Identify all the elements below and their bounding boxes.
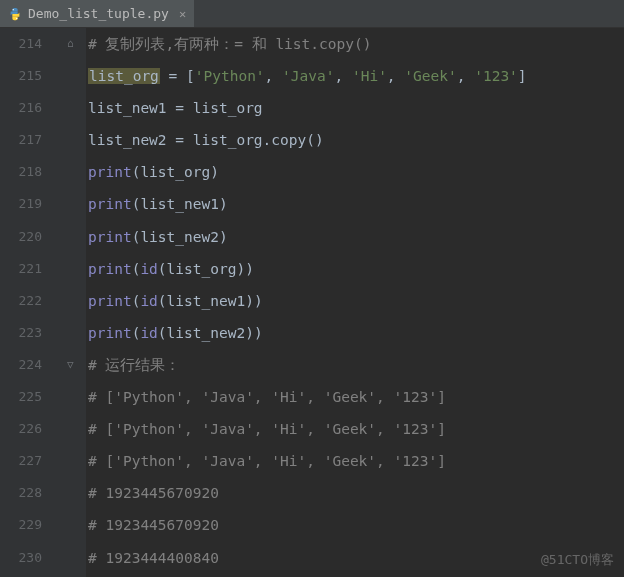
token-builtin: id (140, 261, 157, 277)
token-builtin: id (140, 293, 157, 309)
line-number: 222 (0, 285, 42, 317)
close-icon[interactable]: ✕ (179, 7, 186, 21)
watermark: @51CTO博客 (541, 551, 614, 569)
token-comment: # ['Python', 'Java', 'Hi', 'Geek', '123'… (88, 389, 446, 405)
token-comment: # 1923445670920 (88, 485, 219, 501)
code-line[interactable]: # ['Python', 'Java', 'Hi', 'Geek', '123'… (88, 381, 624, 413)
token-builtin: print (88, 196, 132, 212)
line-number: 215 (0, 60, 42, 92)
token-comment: # ['Python', 'Java', 'Hi', 'Geek', '123'… (88, 421, 446, 437)
code-line[interactable]: # ['Python', 'Java', 'Hi', 'Geek', '123'… (88, 413, 624, 445)
token-op: , (265, 68, 282, 84)
code-line[interactable]: print(list_new1) (88, 188, 624, 220)
token-str: '123' (474, 68, 518, 84)
token-builtin: print (88, 293, 132, 309)
token-op: = [ (160, 68, 195, 84)
line-number-gutter: 2142152162172182192202212222232242252262… (0, 28, 50, 577)
token-comment: # 1923444400840 (88, 550, 219, 566)
code-line[interactable]: # 复制列表,有两种：= 和 list.copy() (88, 28, 624, 60)
token-hl: list_org (88, 68, 160, 84)
line-number: 225 (0, 381, 42, 413)
token-comment: # 运行结果： (88, 357, 180, 373)
token-op: (list_new2) (132, 229, 228, 245)
line-number: 223 (0, 317, 42, 349)
token-str: 'Hi' (352, 68, 387, 84)
file-tab[interactable]: Demo_list_tuple.py ✕ (0, 0, 194, 27)
code-line[interactable]: list_new1 = list_org (88, 92, 624, 124)
line-number: 214 (0, 28, 42, 60)
code-line[interactable]: # 1923445670920 (88, 509, 624, 541)
line-number: 228 (0, 477, 42, 509)
line-number: 218 (0, 156, 42, 188)
token-builtin: print (88, 229, 132, 245)
line-number: 229 (0, 509, 42, 541)
code-line[interactable]: print(id(list_new2)) (88, 317, 624, 349)
code-line[interactable]: # 1923445670920 (88, 477, 624, 509)
line-number: 217 (0, 124, 42, 156)
token-op: (list_new2)) (158, 325, 263, 341)
token-op: (list_org) (132, 164, 219, 180)
token-op: (list_org)) (158, 261, 254, 277)
line-number: 221 (0, 253, 42, 285)
token-builtin: print (88, 164, 132, 180)
token-comment: # 复制列表,有两种：= 和 list.copy() (88, 36, 371, 52)
token-builtin: id (140, 325, 157, 341)
fold-gutter: ⌂▽ (50, 28, 86, 577)
token-op: , (334, 68, 351, 84)
line-number: 230 (0, 542, 42, 574)
code-line[interactable]: list_new2 = list_org.copy() (88, 124, 624, 156)
token-comment: # ['Python', 'Java', 'Hi', 'Geek', '123'… (88, 453, 446, 469)
fold-marker-icon[interactable]: ▽ (67, 359, 74, 370)
token-builtin: print (88, 325, 132, 341)
token-plain: list_new2 = list_org.copy() (88, 132, 324, 148)
line-number: 226 (0, 413, 42, 445)
code-area[interactable]: # 复制列表,有两种：= 和 list.copy()list_org = ['P… (86, 28, 624, 577)
token-op: (list_new1)) (158, 293, 263, 309)
tab-bar: Demo_list_tuple.py ✕ (0, 0, 624, 28)
code-line[interactable]: list_org = ['Python', 'Java', 'Hi', 'Gee… (88, 60, 624, 92)
token-comment: # 1923445670920 (88, 517, 219, 533)
token-str: 'Geek' (404, 68, 456, 84)
svg-point-0 (13, 8, 14, 9)
line-number: 227 (0, 445, 42, 477)
line-number: 216 (0, 92, 42, 124)
tab-filename: Demo_list_tuple.py (28, 6, 169, 21)
code-line[interactable]: # ['Python', 'Java', 'Hi', 'Geek', '123'… (88, 445, 624, 477)
token-op: , (457, 68, 474, 84)
token-builtin: print (88, 261, 132, 277)
fold-marker-icon[interactable]: ⌂ (67, 38, 74, 49)
code-line[interactable]: print(list_org) (88, 156, 624, 188)
line-number: 220 (0, 221, 42, 253)
code-line[interactable]: print(list_new2) (88, 221, 624, 253)
token-str: 'Java' (282, 68, 334, 84)
code-line[interactable]: # 运行结果： (88, 349, 624, 381)
code-line[interactable]: print(id(list_org)) (88, 253, 624, 285)
token-str: 'Python' (195, 68, 265, 84)
token-plain: list_new1 = list_org (88, 100, 263, 116)
line-number: 224 (0, 349, 42, 381)
code-editor[interactable]: 2142152162172182192202212222232242252262… (0, 28, 624, 577)
line-number: 219 (0, 188, 42, 220)
token-op: , (387, 68, 404, 84)
token-op: (list_new1) (132, 196, 228, 212)
token-op: ] (518, 68, 527, 84)
svg-point-1 (16, 17, 17, 18)
code-line[interactable]: print(id(list_new1)) (88, 285, 624, 317)
python-file-icon (8, 7, 22, 21)
